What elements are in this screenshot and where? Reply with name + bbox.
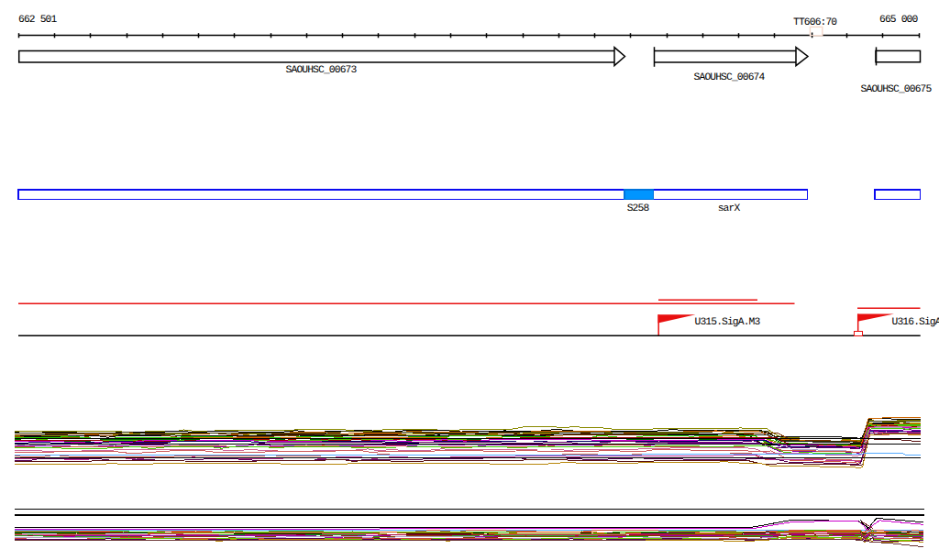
svg-text:U316.SigA.M3: U316.SigA.M3 [892, 316, 939, 328]
svg-text:S258: S258 [627, 203, 650, 214]
svg-text:U315.SigA.M3: U315.SigA.M3 [695, 316, 761, 328]
svg-text:TT606:70: TT606:70 [793, 17, 837, 28]
svg-text:665 000: 665 000 [879, 15, 918, 26]
svg-text:sarX: sarX [718, 203, 741, 214]
svg-text:SAOUHSC_00673: SAOUHSC_00673 [286, 65, 358, 76]
svg-text:662 501: 662 501 [18, 15, 57, 26]
svg-text:SAOUHSC_00674: SAOUHSC_00674 [694, 72, 766, 83]
svg-text:SAOUHSC_00675: SAOUHSC_00675 [861, 84, 933, 95]
